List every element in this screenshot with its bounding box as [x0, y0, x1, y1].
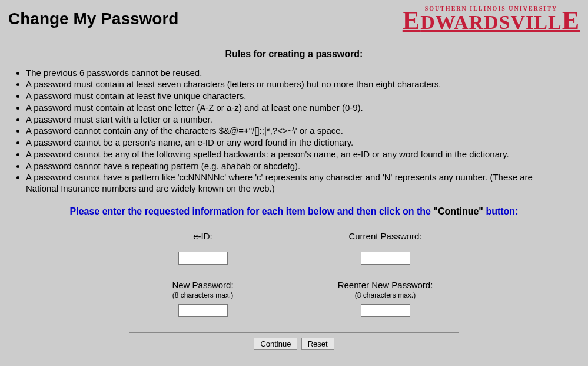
rule-item: A password must start with a letter or a…: [26, 114, 562, 126]
password-form: e-ID: Current Password: New Password: (8…: [129, 227, 459, 329]
reenter-password-label: Reenter New Password:: [312, 280, 459, 290]
rule-item: A password cannot be any of the followin…: [26, 149, 562, 160]
current-password-label: Current Password:: [312, 231, 459, 241]
rule-item: A password cannot be a person's name, an…: [26, 137, 562, 149]
rule-item: The previous 6 passwords cannot be reuse…: [26, 68, 562, 79]
reenter-password-hint: (8 characters max.): [312, 291, 459, 299]
logo-big-text: EDWARDSVILLE: [403, 11, 580, 33]
eid-label: e-ID:: [129, 231, 277, 241]
rule-item: A password must contain at least one let…: [26, 103, 562, 114]
page-title: Change My Password: [8, 9, 178, 28]
new-password-hint: (8 characters max.): [129, 291, 277, 299]
logo-small-text: SOUTHERN ILLINOIS UNIVERSITY: [403, 6, 580, 11]
new-password-label: New Password:: [129, 280, 277, 290]
rule-item: A password must contain at least seven c…: [26, 79, 562, 90]
rules-heading: Rules for creating a password:: [8, 49, 580, 60]
form-instruction: Please enter the requested information f…: [8, 206, 580, 217]
eid-input[interactable]: [178, 252, 228, 265]
reenter-password-input[interactable]: [361, 304, 410, 317]
reset-button[interactable]: Reset: [301, 338, 334, 350]
rule-item: A password cannot have a repeating patte…: [26, 161, 562, 172]
university-logo: SOUTHERN ILLINOIS UNIVERSITY EDWARDSVILL…: [403, 6, 580, 32]
rule-item: A password cannot contain any of the cha…: [26, 126, 562, 137]
rule-item: A password must contain at least five un…: [26, 91, 562, 102]
rule-item: A password cannot have a pattern like 'c…: [26, 172, 562, 194]
new-password-input[interactable]: [178, 304, 228, 317]
continue-button[interactable]: Continue: [254, 338, 297, 350]
rules-list: The previous 6 passwords cannot be reuse…: [26, 68, 580, 194]
divider: [129, 332, 459, 333]
current-password-input[interactable]: [361, 252, 410, 265]
